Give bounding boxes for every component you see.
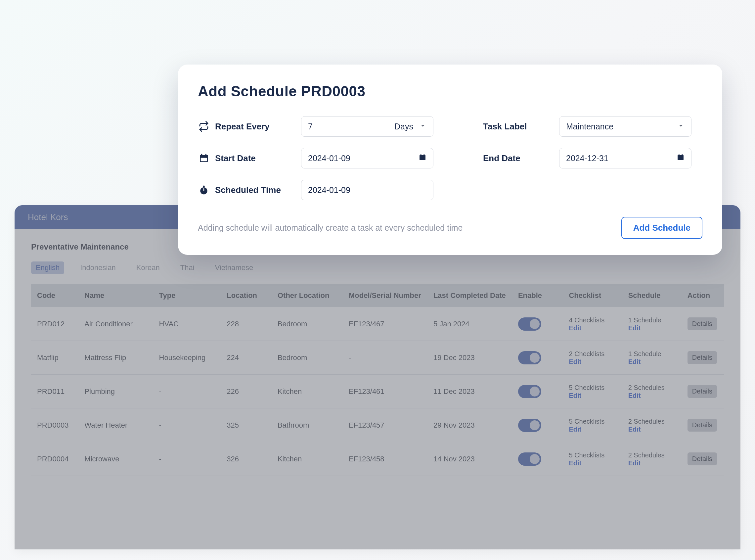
chevron-down-icon [419, 122, 426, 132]
chevron-down-icon [677, 122, 685, 132]
task-label-select[interactable]: Maintenance [559, 116, 692, 137]
modal-form: Repeat Every 7 Days Task Label Maintenan… [198, 116, 702, 200]
svg-rect-5 [420, 155, 426, 160]
svg-rect-3 [205, 154, 206, 156]
modal-footer: Adding schedule will automatically creat… [198, 217, 702, 239]
svg-rect-13 [203, 188, 204, 191]
stopwatch-icon [198, 184, 210, 196]
calendar-icon [419, 153, 426, 163]
svg-rect-10 [682, 154, 683, 156]
end-date-label: End Date [483, 153, 559, 163]
end-date-input[interactable]: 2024-12-31 [559, 148, 692, 168]
footer-note: Adding schedule will automatically creat… [198, 223, 463, 233]
calendar-icon [677, 153, 685, 163]
repeat-every-input[interactable]: 7 Days [301, 116, 433, 137]
task-label-label: Task Label [483, 121, 559, 132]
svg-rect-12 [203, 186, 204, 187]
add-schedule-modal: Add Schedule PRD0003 Repeat Every 7 Days… [178, 64, 722, 255]
scheduled-time-value: 2024-01-09 [308, 185, 350, 195]
svg-rect-2 [201, 154, 202, 156]
svg-rect-8 [678, 155, 683, 160]
svg-rect-1 [200, 155, 208, 157]
repeat-unit: Days [394, 122, 413, 132]
scheduled-time-input[interactable]: 2024-01-09 [301, 180, 433, 200]
start-date-value: 2024-01-09 [308, 154, 350, 163]
scheduled-time-label: Scheduled Time [215, 185, 301, 195]
calendar-icon [198, 152, 210, 164]
end-date-value: 2024-12-31 [566, 154, 608, 163]
repeat-icon [198, 120, 210, 133]
svg-rect-4 [201, 158, 207, 161]
start-date-input[interactable]: 2024-01-09 [301, 148, 433, 168]
modal-title: Add Schedule PRD0003 [198, 83, 702, 100]
svg-rect-9 [678, 154, 679, 156]
svg-rect-7 [424, 154, 425, 156]
repeat-every-label: Repeat Every [215, 121, 301, 132]
start-date-label: Start Date [215, 153, 301, 163]
modal-backdrop[interactable] [15, 205, 740, 549]
svg-rect-6 [421, 154, 422, 156]
task-label-value: Maintenance [566, 122, 613, 132]
add-schedule-button[interactable]: Add Schedule [621, 217, 702, 239]
repeat-value: 7 [308, 122, 313, 132]
